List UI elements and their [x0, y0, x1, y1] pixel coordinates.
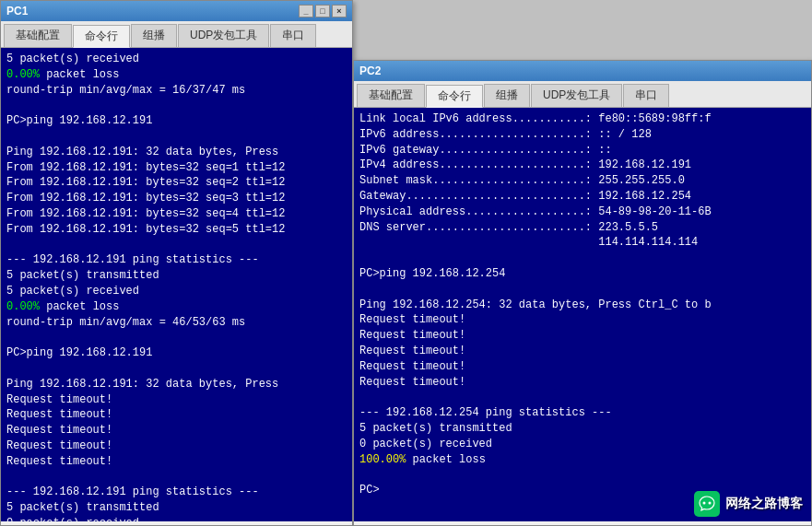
pc1-terminal[interactable]: 5 packet(s) received 0.00% packet loss r… [1, 48, 352, 521]
pc2-tab-serial[interactable]: 串口 [623, 84, 669, 107]
terminal-line: Request timeout! [359, 328, 806, 344]
wechat-icon [694, 491, 720, 517]
terminal-line: From 192.168.12.191: bytes=32 seq=2 ttl=… [6, 175, 347, 191]
terminal-line: Request timeout! [6, 438, 347, 454]
pc2-tab-cmd[interactable]: 命令行 [426, 85, 483, 108]
terminal-line [359, 251, 806, 266]
terminal-line [6, 361, 347, 377]
pc2-window: PC2 基础配置 命令行 组播 UDP发包工具 串口 Link local IP… [353, 60, 812, 526]
watermark: 网络之路博客 [694, 491, 803, 517]
terminal-line [6, 98, 347, 113]
pc2-title-text: PC2 [359, 64, 381, 77]
pc1-window: PC1 _ □ × 基础配置 命令行 组播 UDP发包工具 串口 5 packe… [0, 0, 353, 526]
terminal-line: --- 192.168.12.254 ping statistics --- [359, 405, 806, 421]
watermark-text: 网络之路博客 [725, 496, 803, 512]
pc2-tab-bar: 基础配置 命令行 组播 UDP发包工具 串口 [354, 81, 811, 108]
terminal-line: 5 packet(s) transmitted [6, 500, 347, 516]
pc1-title-controls: _ □ × [299, 5, 347, 18]
terminal-line [6, 330, 347, 345]
pc1-maximize-button[interactable]: □ [315, 5, 330, 18]
terminal-line: Request timeout! [6, 407, 347, 423]
terminal-line: 0 packet(s) received [6, 516, 347, 521]
terminal-line [6, 129, 347, 145]
terminal-line: Request timeout! [359, 359, 806, 375]
pc1-minimize-button[interactable]: _ [299, 5, 313, 18]
terminal-line: DNS server........................: 223.… [359, 220, 806, 236]
terminal-line: Subnet mask.......................: 255.… [359, 173, 806, 189]
svg-point-1 [709, 502, 712, 505]
terminal-line: --- 192.168.12.191 ping statistics --- [6, 485, 347, 500]
pc1-tab-multicast[interactable]: 组播 [131, 24, 177, 47]
terminal-line: Request timeout! [6, 392, 347, 408]
terminal-line: 5 packet(s) received [6, 52, 347, 67]
terminal-line: 0.00% packet loss [6, 299, 347, 315]
pc1-title-text: PC1 [6, 5, 28, 18]
terminal-line: Physical address..................: 54-8… [359, 205, 806, 220]
terminal-line: Request timeout! [359, 344, 806, 359]
terminal-line: Gateway...........................: 192.… [359, 189, 806, 205]
terminal-line: 0 packet(s) received [359, 437, 806, 452]
pc1-tab-udp[interactable]: UDP发包工具 [178, 24, 269, 47]
svg-point-0 [703, 502, 706, 505]
terminal-line: 5 packet(s) transmitted [6, 268, 347, 284]
pc1-tab-serial[interactable]: 串口 [270, 24, 316, 47]
pc1-close-button[interactable]: × [332, 5, 347, 18]
terminal-line: Link local IPv6 address...........: fe80… [359, 111, 806, 127]
terminal-line: 5 packet(s) received [6, 284, 347, 299]
terminal-line: IPv6 gateway......................: :: [359, 143, 806, 158]
terminal-line: 0.00% packet loss [6, 67, 347, 83]
pc2-tab-basic[interactable]: 基础配置 [357, 84, 425, 107]
terminal-line: From 192.168.12.191: bytes=32 seq=3 ttl=… [6, 191, 347, 206]
pc1-title-bar: PC1 _ □ × [1, 1, 352, 21]
terminal-line: From 192.168.12.191: bytes=32 seq=5 ttl=… [6, 222, 347, 238]
terminal-line [6, 470, 347, 485]
terminal-line: 114.114.114.114 [359, 235, 806, 251]
pc2-tab-udp[interactable]: UDP发包工具 [531, 84, 622, 107]
terminal-line: round-trip min/avg/max = 16/37/47 ms [6, 83, 347, 99]
terminal-line: From 192.168.12.191: bytes=32 seq=4 ttl=… [6, 206, 347, 222]
terminal-line: Request timeout! [6, 454, 347, 470]
pc2-terminal[interactable]: Link local IPv6 address...........: fe80… [354, 108, 811, 521]
terminal-line [6, 238, 347, 253]
pc2-title-bar: PC2 [354, 61, 811, 81]
terminal-line [359, 467, 806, 483]
terminal-line: Ping 192.168.12.254: 32 data bytes, Pres… [359, 298, 806, 313]
terminal-line: Ping 192.168.12.191: 32 data bytes, Pres… [6, 145, 347, 160]
pc1-tab-basic[interactable]: 基础配置 [4, 24, 72, 47]
terminal-line: PC>ping 192.168.12.191 [6, 345, 347, 361]
terminal-line: Request timeout! [359, 312, 806, 328]
terminal-line: IPv6 address......................: :: /… [359, 127, 806, 143]
pc1-tab-cmd[interactable]: 命令行 [73, 25, 130, 48]
terminal-line: Request timeout! [359, 375, 806, 391]
terminal-line: From 192.168.12.191: bytes=32 seq=1 ttl=… [6, 160, 347, 176]
terminal-line: Request timeout! [6, 423, 347, 438]
terminal-line: 100.00% packet loss [359, 452, 806, 468]
terminal-line: round-trip min/avg/max = 46/53/63 ms [6, 315, 347, 331]
terminal-line: IPv4 address......................: 192.… [359, 158, 806, 173]
terminal-line: PC>ping 192.168.12.191 [6, 113, 347, 129]
terminal-line [359, 282, 806, 298]
terminal-line: PC>ping 192.168.12.254 [359, 266, 806, 282]
pc1-tab-bar: 基础配置 命令行 组播 UDP发包工具 串口 [1, 21, 352, 48]
terminal-line: Ping 192.168.12.191: 32 data bytes, Pres… [6, 377, 347, 392]
terminal-line [359, 390, 806, 405]
terminal-line: --- 192.168.12.191 ping statistics --- [6, 252, 347, 268]
pc2-tab-multicast[interactable]: 组播 [484, 84, 530, 107]
terminal-line: 5 packet(s) transmitted [359, 421, 806, 437]
